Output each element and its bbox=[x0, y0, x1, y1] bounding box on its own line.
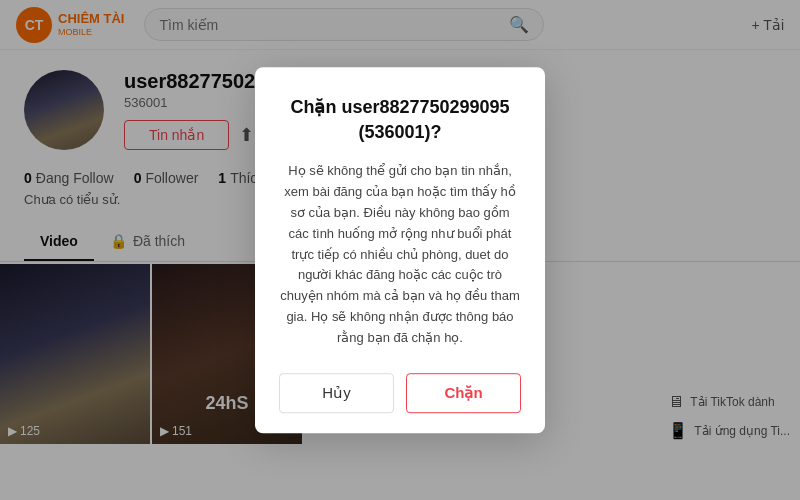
cancel-button[interactable]: Hủy bbox=[279, 373, 394, 413]
block-modal: Chặn user8827750299095(536001)? Họ sẽ kh… bbox=[255, 67, 545, 433]
modal-title: Chặn user8827750299095(536001)? bbox=[279, 95, 521, 145]
modal-actions: Hủy Chặn bbox=[279, 373, 521, 413]
block-button[interactable]: Chặn bbox=[406, 373, 521, 413]
modal-body: Họ sẽ không thể gửi cho bạn tin nhắn, xe… bbox=[279, 162, 521, 349]
